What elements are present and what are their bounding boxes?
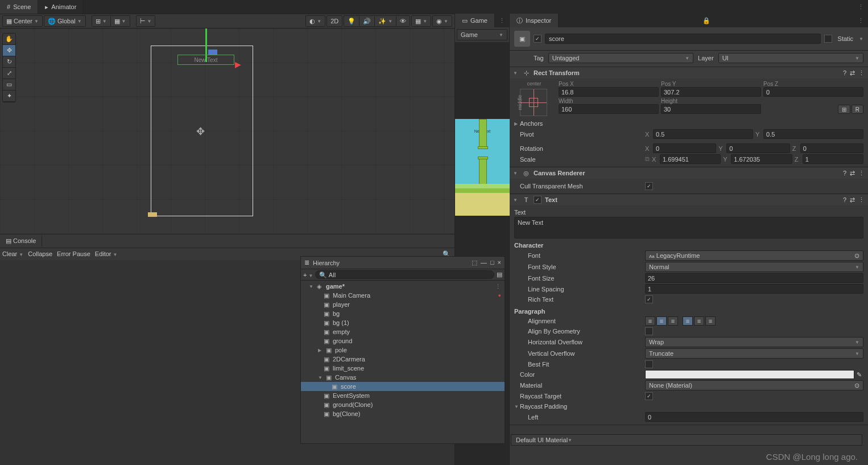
posx-input[interactable]: 16.8 [559,87,659,97]
clear-button[interactable]: Clear ▼ [2,250,23,257]
left-input[interactable]: 0 [645,412,863,422]
2d-mode-button[interactable]: 2D [327,17,342,26]
anchors-foldout[interactable]: ▶ [514,121,520,126]
layer-dropdown[interactable]: UI▼ [718,53,863,63]
gizmos-button[interactable]: ◉▼ [433,17,452,26]
lock-icon[interactable]: ⬚ [472,259,477,266]
scale-y-input[interactable]: 1.672035 [731,154,792,164]
lock-icon[interactable]: 🔒 [699,17,714,24]
scene-root-item[interactable]: ▼◈game*⋮ [301,282,505,291]
inspector-tab[interactable]: ⓘInspector [510,14,559,27]
create-button[interactable]: + ▼ [303,271,313,278]
tree-item[interactable]: ▣player [301,300,505,309]
text-enable-checkbox[interactable]: ✓ [534,196,542,204]
comp-menu-icon[interactable]: ⋮ [858,170,865,177]
help-icon[interactable]: ? [843,69,846,77]
scene-view[interactable]: ✋ ✥ ↻ ⤢ ▭ ✦ New Text ▶ ✥ [0,28,454,234]
game-display-dropdown[interactable]: Game▼ [457,29,507,40]
richtext-checkbox[interactable]: ✓ [645,295,653,303]
tree-item[interactable]: ▣bg [301,309,505,318]
hand-tool[interactable]: ✋ [3,34,15,45]
object-icon[interactable]: ▣ [514,31,530,47]
anchor-preset-button[interactable]: middle [520,89,547,116]
linespacing-input[interactable]: 1 [645,284,863,294]
preset-icon[interactable]: ⇄ [850,170,855,177]
default-material-bar[interactable]: Default UI Material ▼ [511,434,862,446]
constrain-icon[interactable]: ⧉ [645,155,650,163]
rot-y-input[interactable]: 0 [726,143,790,153]
scale-x-input[interactable]: 1.699451 [660,154,721,164]
bestfit-checkbox[interactable] [645,360,653,368]
grid-button[interactable]: ▦▼ [111,17,130,26]
tree-item-selected[interactable]: ▣score [301,382,505,391]
grid-snap-button[interactable]: ⊞▼ [92,17,111,26]
pivot-mode-dropdown[interactable]: ▦Center▼ [2,15,43,27]
editor-dropdown[interactable]: Editor ▼ [95,250,118,257]
preset-icon[interactable]: ⇄ [850,69,855,77]
camera-button[interactable]: ▦▼ [412,17,431,26]
console-tab[interactable]: ▤ Console [0,236,42,246]
height-input[interactable]: 30 [661,104,761,114]
rect-tool[interactable]: ▭ [3,79,15,90]
close-icon[interactable]: × [498,259,501,266]
tree-item[interactable]: ▶▣pole [301,345,505,355]
comp-menu-icon[interactable]: ⋮ [858,196,865,204]
posy-input[interactable]: 307.2 [661,87,761,97]
help-icon[interactable]: ? [843,170,846,177]
width-input[interactable]: 160 [559,104,659,114]
x-axis-gizmo[interactable]: ▶ [235,60,241,69]
shading-mode-button[interactable]: ◐▼ [306,17,325,26]
tab-menu-icon[interactable]: ⋮ [854,3,868,11]
font-field[interactable]: Aa LegacyRuntime⊙ [645,250,863,261]
preset-icon[interactable]: ⇄ [850,196,855,204]
align-center-button[interactable]: ≡ [656,316,667,326]
tree-item[interactable]: ▣bg(Clone) [301,409,505,418]
animator-tab[interactable]: ▸Animator [38,0,84,14]
move-tool[interactable]: ✥ [3,45,15,56]
align-bottom-button[interactable]: ≡ [705,316,716,326]
rotate-tool[interactable]: ↻ [3,56,15,68]
align-top-button[interactable]: ≡ [683,316,693,326]
tree-item[interactable]: ▣Main Camera● [301,291,505,300]
game-menu-icon[interactable]: ⋮ [495,17,509,24]
rot-z-input[interactable]: 0 [800,143,863,153]
blueprint-button[interactable]: ⊞ [838,105,850,114]
game-tab[interactable]: ▭Game [455,14,495,27]
scene-text-element[interactable]: New Text [177,55,234,65]
tree-item[interactable]: ▣ground(Clone) [301,400,505,409]
hoverflow-dropdown[interactable]: Wrap▼ [645,337,863,347]
material-field[interactable]: None (Material)⊙ [645,380,863,390]
tree-item[interactable]: ▣2DCarmera [301,355,505,364]
tree-item[interactable]: ▣EventSystem [301,391,505,400]
tree-item[interactable]: ▣empty [301,327,505,336]
audio-button[interactable]: 🔊 [359,17,375,26]
cull-checkbox[interactable]: ✓ [645,182,653,190]
pivot-y-input[interactable]: 0.5 [763,129,863,139]
alignbygeom-checkbox[interactable] [645,327,653,335]
search-type-icon[interactable]: ▤ [497,271,502,278]
help-icon[interactable]: ? [843,196,846,204]
object-active-checkbox[interactable]: ✓ [534,35,542,43]
minimize-icon[interactable]: — [481,259,487,266]
space-mode-dropdown[interactable]: 🌐Global▼ [44,15,86,27]
light-button[interactable]: 💡 [344,17,359,26]
voverflow-dropdown[interactable]: Truncate▼ [645,348,863,359]
align-right-button[interactable]: ≡ [668,316,678,326]
object-name-input[interactable]: score [545,34,821,44]
tag-dropdown[interactable]: Untagged▼ [548,53,693,63]
color-field[interactable] [645,370,854,379]
eyedropper-icon[interactable]: ✎ [854,371,863,378]
text-input[interactable]: New Text [514,217,863,238]
hidden-button[interactable]: 👁 [396,17,410,26]
tree-item[interactable]: ▣limit_scene [301,364,505,373]
rect-foldout[interactable]: ▼ [513,71,519,76]
fontstyle-dropdown[interactable]: Normal▼ [645,262,863,272]
rot-x-input[interactable]: 0 [653,143,716,153]
raw-button[interactable]: R [852,105,863,114]
fx-button[interactable]: ✨▼ [375,17,396,26]
align-left-button[interactable]: ≡ [645,316,655,326]
tree-item[interactable]: ▣ground [301,336,505,345]
posz-input[interactable]: 0 [763,87,863,97]
transform-tool[interactable]: ✦ [3,90,15,102]
hierarchy-search[interactable]: 🔍 All [315,270,494,279]
